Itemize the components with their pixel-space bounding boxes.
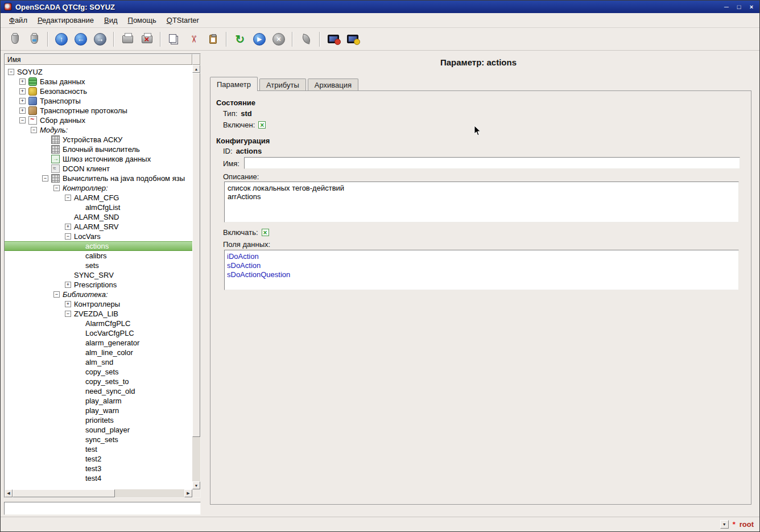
- tree-item[interactable]: −Контроллер:: [5, 183, 192, 193]
- tree-item[interactable]: +Контроллеры: [5, 299, 192, 309]
- expand-icon[interactable]: +: [19, 79, 26, 85]
- save-to-db-button[interactable]: [25, 30, 43, 48]
- menu-item[interactable]: QTStarter: [162, 14, 204, 27]
- tree-item[interactable]: need_sync_old: [5, 386, 192, 396]
- load-from-db-button[interactable]: [6, 30, 24, 48]
- tree-item[interactable]: +Транспорты: [5, 96, 192, 106]
- tree-item[interactable]: SYNC_SRV: [5, 270, 192, 280]
- copy-item-button[interactable]: [165, 30, 183, 48]
- field-item[interactable]: iDoAction: [227, 252, 736, 261]
- tab[interactable]: Атрибуты: [259, 79, 306, 90]
- tree-item[interactable]: −Сбор данных: [5, 116, 192, 125]
- name-input[interactable]: [244, 157, 740, 169]
- tree-filter-input[interactable]: [4, 502, 201, 515]
- tree-item[interactable]: test3: [5, 464, 192, 473]
- tree-item[interactable]: Шлюз источников данных: [5, 154, 192, 164]
- collapse-icon[interactable]: −: [53, 291, 60, 298]
- start-update-button[interactable]: ▶: [250, 30, 269, 48]
- back-button[interactable]: ←: [72, 30, 90, 48]
- vision-window-button[interactable]: [344, 30, 362, 48]
- close-button[interactable]: ×: [746, 2, 757, 11]
- tree-item[interactable]: +Базы данных: [5, 77, 192, 86]
- delete-item-button[interactable]: ×: [138, 30, 156, 48]
- tree-header-name[interactable]: Имя: [5, 54, 192, 65]
- vertical-scroll-thumb[interactable]: [192, 73, 200, 437]
- enabled-checkbox[interactable]: [258, 121, 266, 129]
- tree-item[interactable]: DCON клиент: [5, 164, 192, 174]
- tree-item[interactable]: −SOYUZ: [5, 67, 192, 77]
- refresh-button[interactable]: ↻: [231, 30, 249, 48]
- scroll-right-button[interactable]: [184, 489, 192, 497]
- tree-item[interactable]: prioritets: [5, 415, 192, 425]
- tree-item[interactable]: +Prescriptions: [5, 280, 192, 290]
- menu-item[interactable]: Редактирование: [32, 14, 99, 27]
- tree-item[interactable]: sets: [5, 261, 192, 270]
- tree-item[interactable]: ALARM_SND: [5, 212, 192, 222]
- tree-vertical-scrollbar[interactable]: [192, 65, 200, 489]
- menu-item[interactable]: Вид: [99, 14, 123, 27]
- collapse-icon[interactable]: −: [65, 233, 71, 240]
- tree-item[interactable]: −ALARM_CFG: [5, 193, 192, 203]
- tree-item[interactable]: −Вычислитель на java подобном язы: [5, 174, 192, 183]
- tree-item[interactable]: −Библиотека:: [5, 290, 192, 299]
- up-button[interactable]: ↑: [52, 30, 71, 48]
- tree-item[interactable]: −LocVars: [5, 232, 192, 241]
- tree-item[interactable]: sound_player: [5, 425, 192, 435]
- expand-icon[interactable]: +: [19, 88, 26, 94]
- user-dropdown-button[interactable]: [720, 520, 729, 529]
- tree-item[interactable]: +Транспортные протоколы: [5, 106, 192, 116]
- stop-update-button[interactable]: ×: [270, 30, 288, 48]
- menu-item[interactable]: Помощь: [123, 14, 162, 27]
- horizontal-scroll-thumb[interactable]: [13, 489, 115, 497]
- tree-item[interactable]: test: [5, 444, 192, 454]
- collapse-icon[interactable]: −: [65, 195, 71, 201]
- add-item-button[interactable]: [118, 30, 137, 48]
- expand-icon[interactable]: +: [19, 108, 26, 114]
- description-textarea[interactable]: список локальных тегов-действий arrActio…: [224, 182, 739, 222]
- tree-item[interactable]: play_alarm: [5, 396, 192, 406]
- tree-item[interactable]: copy_sets: [5, 367, 192, 377]
- tab[interactable]: Параметр: [210, 77, 258, 91]
- tree-item[interactable]: −Модуль:: [5, 125, 192, 135]
- paste-item-button[interactable]: [204, 30, 222, 48]
- tree-item[interactable]: −ZVEZDA_LIB: [5, 309, 192, 319]
- tree-item[interactable]: +Безопасность: [5, 86, 192, 96]
- tree-item[interactable]: actions: [5, 241, 192, 251]
- tree-item[interactable]: sync_sets: [5, 435, 192, 444]
- include-checkbox[interactable]: [262, 229, 269, 236]
- tree-item[interactable]: Блочный вычислитель: [5, 145, 192, 154]
- scroll-down-button[interactable]: [192, 481, 200, 489]
- collapse-icon[interactable]: −: [42, 175, 48, 182]
- collapse-icon[interactable]: −: [8, 69, 14, 75]
- tree-item[interactable]: almCfgList: [5, 203, 192, 212]
- quill-button[interactable]: [297, 30, 315, 48]
- tree-item[interactable]: alm_line_color: [5, 348, 192, 357]
- tree-item[interactable]: alm_snd: [5, 357, 192, 367]
- tree-item[interactable]: calibrs: [5, 251, 192, 261]
- expand-icon[interactable]: +: [65, 282, 71, 288]
- tree-item[interactable]: test4: [5, 473, 192, 483]
- tree-item[interactable]: +ALARM_SRV: [5, 222, 192, 232]
- tree-horizontal-scrollbar[interactable]: [5, 489, 192, 497]
- tree-item[interactable]: AlarmCfgPLC: [5, 319, 192, 328]
- minimize-button[interactable]: ─: [721, 2, 732, 11]
- field-item[interactable]: sDoAction: [227, 261, 736, 270]
- tab[interactable]: Архивация: [308, 79, 358, 90]
- menu-item[interactable]: Файл: [4, 14, 32, 27]
- expand-icon[interactable]: +: [65, 301, 71, 307]
- field-item[interactable]: sDoActionQuestion: [227, 270, 736, 279]
- collapse-icon[interactable]: −: [65, 311, 71, 317]
- tree-item[interactable]: play_warn: [5, 406, 192, 415]
- scroll-left-button[interactable]: [5, 489, 13, 497]
- tree-item[interactable]: LocVarCfgPLC: [5, 328, 192, 338]
- expand-icon[interactable]: +: [65, 224, 71, 230]
- tree-item[interactable]: Устройства АСКУ: [5, 135, 192, 145]
- expand-icon[interactable]: +: [19, 98, 26, 104]
- tree-item[interactable]: test2: [5, 454, 192, 464]
- collapse-icon[interactable]: −: [53, 185, 60, 191]
- collapse-icon[interactable]: −: [31, 127, 37, 133]
- cut-item-button[interactable]: ✂: [184, 30, 203, 48]
- forward-button[interactable]: →: [91, 30, 109, 48]
- qtcfg-window-button[interactable]: [324, 30, 342, 48]
- scroll-up-button[interactable]: [192, 65, 200, 73]
